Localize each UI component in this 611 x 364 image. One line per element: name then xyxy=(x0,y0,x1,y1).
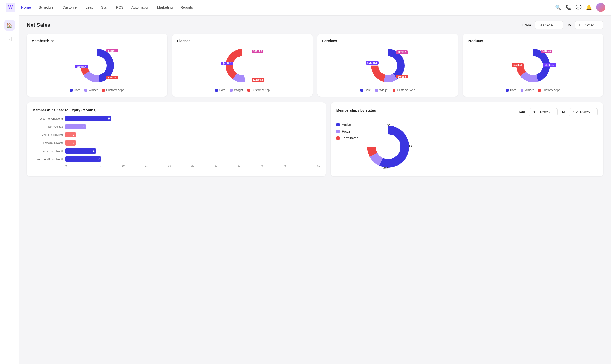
legend-customer-app: Customer App xyxy=(102,89,124,92)
memberships-title: Memberships xyxy=(31,39,162,43)
classes-card: Classes $4296.1 $2535.8 $12396.5 xyxy=(172,34,313,97)
active-callout: 247 xyxy=(383,166,388,169)
status-to-label: To xyxy=(559,110,567,114)
active-label: Active xyxy=(342,123,351,127)
bar-row: TwelveAndAboveMonth7 xyxy=(32,156,320,162)
core-label: Core xyxy=(74,89,80,92)
bottom-row: Memberships near to Expiry (Months) Less… xyxy=(27,102,603,176)
bar-track: 4 xyxy=(66,124,320,129)
services-customer-label: $4515.5 xyxy=(396,75,408,78)
nav-automation[interactable]: Automation xyxy=(131,4,149,10)
memberships-core-label: $15678.4 xyxy=(75,65,88,68)
navbar: W Home Scheduler Customer Lead Staff POS… xyxy=(0,0,611,15)
services-title: Services xyxy=(322,39,453,43)
legend-widget: Widget xyxy=(84,89,98,92)
legend-core-c: Core xyxy=(215,89,226,92)
services-legend: Core Widget Customer App xyxy=(322,89,453,92)
nav-customer[interactable]: Customer xyxy=(62,4,78,10)
nav-scheduler[interactable]: Scheduler xyxy=(39,4,55,10)
expiry-title: Memberships near to Expiry (Months) xyxy=(32,108,320,112)
customer-dot xyxy=(102,89,105,91)
products-title: Products xyxy=(467,39,598,43)
widget-label: Widget xyxy=(89,89,98,92)
memberships-card: Memberships $15678.4 $3855.3 $2842.6 xyxy=(27,34,167,97)
frozen-callout: 30 xyxy=(387,124,390,127)
bar-row: ThreeToSixMonth2 xyxy=(32,140,320,145)
nav-marketing[interactable]: Marketing xyxy=(157,4,173,10)
sidebar-home-icon[interactable]: 🏠 xyxy=(4,20,15,30)
bar-value: 2 xyxy=(73,133,74,136)
core-dot xyxy=(70,89,73,91)
status-to-date[interactable]: 15/01/2025 xyxy=(569,108,598,116)
bar-row: OneToThreeMonth2 xyxy=(32,132,320,137)
from-date-input[interactable]: 01/01/2025 xyxy=(535,21,563,29)
main-content: Net Sales From 01/01/2025 To 15/01/2025 … xyxy=(19,15,611,364)
phone-icon[interactable]: 📞 xyxy=(565,4,571,10)
status-terminated: Terminated xyxy=(336,136,359,140)
classes-legend: Core Widget Customer App xyxy=(177,89,308,92)
notification-icon[interactable]: 🔔 xyxy=(586,4,592,10)
nav-reports[interactable]: Reports xyxy=(180,4,193,10)
bar-value: 4 xyxy=(83,125,84,128)
status-title: Memberships by status xyxy=(336,108,376,112)
classes-customer-label: $12396.5 xyxy=(252,78,265,82)
net-sales-header: Net Sales From 01/01/2025 To 15/01/2025 xyxy=(27,21,603,29)
bar-row: SixToTwelveMonth6 xyxy=(32,148,320,154)
bar-row: NotInContact4 xyxy=(32,124,320,129)
bar-value: 9 xyxy=(108,117,110,120)
products-core-label: $14984.7 xyxy=(543,63,556,67)
from-label: From xyxy=(520,23,533,27)
bar-fill: 9 xyxy=(66,116,111,121)
status-active: Active xyxy=(336,123,359,127)
expiry-bar-chart: LessThenOneMonth9NotInContact4OneToThree… xyxy=(32,116,320,162)
bar-value: 2 xyxy=(73,141,74,144)
bar-label: ThreeToSixMonth xyxy=(32,142,64,144)
sidebar: 🏠 →| xyxy=(0,15,19,364)
bar-label: OneToThreeMonth xyxy=(32,133,64,136)
status-frozen: Frozen xyxy=(336,130,359,133)
bar-label: NotInContact xyxy=(32,125,64,128)
services-card: Services $13356.5 $2784.1 $4515.5 xyxy=(318,34,458,97)
widget-dot xyxy=(84,89,87,91)
customer-app-label: Customer App xyxy=(106,89,124,92)
services-donut: $13356.5 $2784.1 $4515.5 xyxy=(369,47,407,85)
products-widget-label: $4189.8 xyxy=(541,50,552,53)
bar-track: 6 xyxy=(66,148,320,154)
expiry-card: Memberships near to Expiry (Months) Less… xyxy=(27,102,326,176)
date-range: From 01/01/2025 To 15/01/2025 xyxy=(520,21,603,29)
svg-point-5 xyxy=(229,52,256,79)
bar-label: SixToTwelveMonth xyxy=(32,150,64,152)
memberships-customer-label: $2842.6 xyxy=(106,76,118,79)
status-from-date[interactable]: 01/01/2025 xyxy=(529,108,558,116)
nav-lead[interactable]: Lead xyxy=(85,4,93,10)
nav-staff[interactable]: Staff xyxy=(101,4,109,10)
nav-home[interactable]: Home xyxy=(21,4,31,10)
frozen-label: Frozen xyxy=(342,130,353,133)
net-sales-title: Net Sales xyxy=(27,22,50,28)
products-card: Products $14984.7 $4189.8 $2285.4 xyxy=(463,34,603,97)
bar-label: LessThenOneMonth xyxy=(32,117,64,120)
memberships-donut: $15678.4 $3855.3 $2842.6 xyxy=(78,47,116,85)
status-content: Active Frozen Terminated xyxy=(336,121,598,170)
bar-fill: 6 xyxy=(66,148,96,154)
bar-label: TwelveAndAboveMonth xyxy=(32,158,64,160)
bar-fill: 2 xyxy=(66,132,76,137)
avatar[interactable] xyxy=(596,3,605,12)
status-header: Memberships by status From 01/01/2025 To… xyxy=(336,108,598,116)
memberships-legend: Core Widget Customer App xyxy=(31,89,162,92)
sidebar-collapse-icon[interactable]: →| xyxy=(6,35,13,43)
classes-widget-label: $2535.8 xyxy=(252,50,263,53)
classes-title: Classes xyxy=(177,39,308,43)
nav-actions: 🔍 📞 💬 🔔 xyxy=(555,3,605,12)
search-icon[interactable]: 🔍 xyxy=(555,4,561,10)
nav-logo[interactable]: W xyxy=(6,3,15,12)
status-date-range: From 01/01/2025 To 15/01/2025 xyxy=(515,108,598,116)
whatsapp-icon[interactable]: 💬 xyxy=(576,4,582,10)
nav-pos[interactable]: POS xyxy=(116,4,124,10)
status-from-label: From xyxy=(515,110,527,114)
active-dot xyxy=(336,123,340,126)
status-donut: 30 23 247 xyxy=(364,123,412,170)
bar-track: 7 xyxy=(66,156,320,162)
to-date-input[interactable]: 15/01/2025 xyxy=(575,21,603,29)
bar-fill: 4 xyxy=(66,124,86,129)
